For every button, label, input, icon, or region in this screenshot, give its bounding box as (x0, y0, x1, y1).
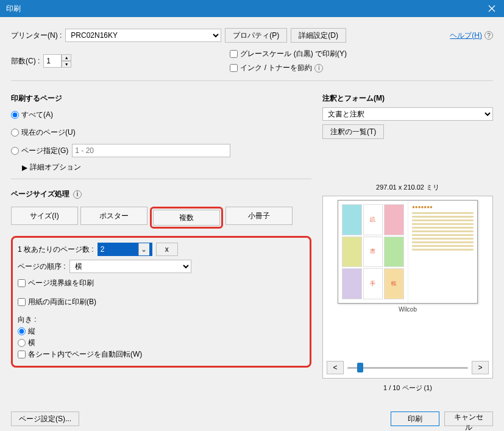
autorotate-label: 各シート内でページを自動回転(W) (28, 349, 142, 360)
page-border-row[interactable]: ページ境界線を印刷 (18, 278, 305, 288)
help-info-icon[interactable]: ? (484, 31, 493, 40)
pages-all-label: すべて(A) (21, 110, 53, 120)
preview-slider[interactable] (347, 361, 468, 374)
properties-button[interactable]: プロパティ(P) (225, 28, 287, 43)
autorotate-checkbox[interactable] (18, 351, 26, 358)
separator (11, 179, 311, 179)
window-title: 印刷 (6, 4, 21, 14)
preview-caption: Wilcob (399, 306, 417, 313)
comments-list-button[interactable]: 注釈の一覧(T) (322, 124, 384, 139)
page-order-select[interactable]: 横 (69, 260, 191, 273)
landscape-label: 横 (28, 338, 35, 348)
autorotate-row[interactable]: 各シート内でページを自動回転(W) (18, 349, 305, 360)
preview-next-button[interactable]: > (472, 361, 489, 374)
pages-range-input[interactable] (72, 144, 230, 157)
pages-current-row[interactable]: 現在のページ(U) (11, 127, 311, 138)
save-ink-label: インク / トナーを節約 (240, 63, 312, 73)
preview-page: 読 書 手 帳 ●●●●●●● (338, 200, 478, 304)
duplex-checkbox[interactable] (18, 298, 26, 306)
tab-multiple[interactable]: 複数 (153, 210, 220, 226)
close-button[interactable] (480, 0, 504, 17)
multiply-box: x (156, 243, 178, 256)
separator (11, 80, 493, 81)
pages-per-sheet-label: 1 枚あたりのページ数 : (18, 244, 94, 255)
portrait-row[interactable]: 縦 (18, 326, 305, 337)
grayscale-label: グレースケール (白黒) で印刷(Y) (240, 49, 347, 59)
save-ink-info-icon[interactable]: i (314, 64, 323, 73)
pagesize-title: ページサイズ処理 (11, 189, 69, 199)
save-ink-checkbox[interactable] (230, 64, 238, 72)
orientation-label: 向き : (18, 315, 305, 325)
chevron-right-icon: ▶ (22, 163, 27, 172)
printer-select[interactable]: PRC02N16KY (65, 29, 221, 42)
pages-title: 印刷するページ (11, 93, 311, 104)
preview-size-label: 297.01 x 210.02 ミリ (322, 183, 493, 192)
copies-label: 部数(C) : (11, 56, 40, 66)
more-options-label: 詳細オプション (30, 162, 81, 173)
page-border-label: ページ境界線を印刷 (28, 278, 94, 288)
portrait-radio[interactable] (18, 327, 26, 335)
pages-all-row[interactable]: すべて(A) (11, 110, 311, 120)
pages-range-row[interactable]: ページ指定(G) (11, 146, 68, 156)
grayscale-checkbox-row[interactable]: グレースケール (白黒) で印刷(Y) (230, 49, 347, 59)
pages-per-sheet-value: 2 (101, 245, 105, 254)
pages-current-label: 現在のページ(U) (21, 127, 76, 138)
duplex-row[interactable]: 用紙の両面に印刷(B) (18, 297, 305, 307)
help-link[interactable]: ヘルプ(H) (450, 30, 482, 41)
page-info-label: 1 / 10 ページ (1) (322, 383, 493, 393)
chevron-down-icon: ⌄ (138, 243, 149, 255)
tab-booklet[interactable]: 小冊子 (225, 207, 293, 225)
comments-title: 注釈とフォーム(M) (322, 93, 493, 104)
save-ink-checkbox-row[interactable]: インク / トナーを節約 i (230, 63, 347, 73)
copies-input[interactable] (43, 54, 62, 68)
portrait-label: 縦 (28, 326, 35, 337)
grayscale-checkbox[interactable] (230, 50, 238, 58)
advanced-settings-button[interactable]: 詳細設定(D) (291, 28, 346, 43)
preview-prev-button[interactable]: < (327, 361, 344, 374)
comments-select[interactable]: 文書と注釈 (322, 107, 493, 121)
tab-poster[interactable]: ポスター (80, 207, 147, 225)
copies-up-button[interactable]: ▲ (62, 54, 71, 61)
page-order-label: ページの順序 : (18, 262, 66, 272)
pagesize-info-icon[interactable]: i (73, 190, 82, 199)
page-border-checkbox[interactable] (18, 279, 26, 287)
landscape-row[interactable]: 横 (18, 338, 305, 348)
page-setup-button[interactable]: ページ設定(S)... (11, 411, 79, 426)
pages-all-radio[interactable] (11, 111, 19, 119)
pages-range-radio[interactable] (11, 147, 19, 155)
duplex-label: 用紙の両面に印刷(B) (28, 297, 96, 307)
pages-current-radio[interactable] (11, 129, 19, 137)
preview-area: 読 書 手 帳 ●●●●●●● (322, 196, 493, 379)
copies-down-button[interactable]: ▼ (62, 61, 71, 68)
print-button[interactable]: 印刷 (391, 411, 439, 426)
cancel-button[interactable]: キャンセル (444, 411, 493, 426)
close-icon (488, 5, 495, 12)
landscape-radio[interactable] (18, 339, 26, 347)
slider-thumb[interactable] (357, 363, 363, 372)
tab-size[interactable]: サイズ(I) (11, 207, 78, 225)
more-options-toggle[interactable]: ▶ 詳細オプション (22, 162, 311, 173)
pages-range-label: ページ指定(G) (21, 146, 68, 156)
pages-per-sheet-select[interactable]: 2 ⌄ (98, 243, 152, 256)
printer-label: プリンター(N) : (11, 30, 62, 41)
